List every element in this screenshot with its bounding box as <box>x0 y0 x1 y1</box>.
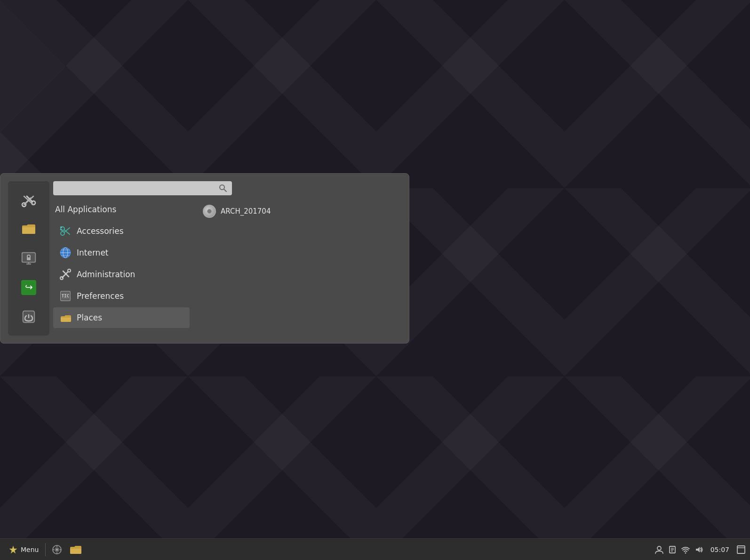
sidebar-folder-button[interactable] <box>17 218 40 240</box>
folder-icon <box>20 221 37 238</box>
preferences-label: Preferences <box>77 291 124 301</box>
diamond-decoration-1 <box>0 0 66 132</box>
svg-point-37 <box>56 549 58 551</box>
taskbar-clock[interactable]: 05:07 <box>707 546 733 553</box>
search-bar-container[interactable] <box>53 181 232 195</box>
arch-disc-item[interactable]: ARCH_201704 <box>197 201 401 222</box>
administration-icon <box>59 268 72 281</box>
sidebar-tools-button[interactable] <box>17 189 40 211</box>
menu-item-internet[interactable]: Internet <box>53 242 190 263</box>
places-label: Places <box>77 313 102 322</box>
menu-item-places[interactable]: Places <box>53 307 190 328</box>
taskbar-volume-button[interactable] <box>694 544 704 555</box>
svg-line-16 <box>224 189 226 192</box>
internet-label: Internet <box>77 248 109 257</box>
svg-point-29 <box>60 277 63 280</box>
taskbar-fullscreen-button[interactable] <box>736 544 746 555</box>
taskbar-files-button[interactable] <box>48 541 65 558</box>
menu-sidebar: ↪ <box>8 181 49 336</box>
arch-disc-label: ARCH_201704 <box>221 207 271 216</box>
administration-label: Administration <box>77 270 135 279</box>
taskbar-folder-button[interactable] <box>67 541 84 558</box>
menu-left-column: All Applications <box>53 201 190 328</box>
taskbar-right-area: 05:07 <box>654 544 746 555</box>
svg-text:TIC: TIC <box>62 294 69 298</box>
menu-item-accessories[interactable]: Accessories <box>53 221 190 241</box>
files-icon <box>51 544 63 555</box>
taskbar-network-button[interactable] <box>680 544 691 555</box>
sidebar-lock-button[interactable] <box>17 247 40 270</box>
svg-point-47 <box>685 552 686 553</box>
sidebar-logout-button[interactable]: ↪ <box>17 276 40 299</box>
search-icon <box>219 184 227 192</box>
svg-rect-8 <box>27 257 31 260</box>
taskbar-clipboard-button[interactable] <box>667 544 678 555</box>
places-icon <box>59 311 72 324</box>
tools-icon <box>20 192 37 208</box>
menu-star-icon <box>8 545 18 554</box>
preferences-icon: TIC <box>59 289 72 303</box>
svg-point-21 <box>60 226 62 228</box>
taskbar-user-button[interactable] <box>654 544 664 555</box>
logout-icon: ↪ <box>20 279 37 296</box>
svg-text:↪: ↪ <box>25 282 33 292</box>
folder-taskbar-icon <box>70 544 82 555</box>
menu-right-column: ARCH_201704 <box>193 201 401 328</box>
disc-icon <box>203 205 216 218</box>
svg-point-42 <box>657 546 661 550</box>
taskbar-menu-button[interactable]: Menu <box>4 543 43 556</box>
menu-item-all-applications[interactable]: All Applications <box>53 201 190 218</box>
app-menu-popup: ↪ <box>0 173 409 344</box>
lock-screen-icon <box>20 250 37 267</box>
menu-label: Menu <box>21 546 39 553</box>
clock-time: 05:07 <box>710 546 729 553</box>
menu-content: All Applications <box>53 181 401 336</box>
all-applications-label: All Applications <box>55 205 116 214</box>
svg-point-30 <box>68 269 71 272</box>
svg-marker-48 <box>696 547 700 552</box>
menu-item-preferences[interactable]: TIC Preferences <box>53 286 190 306</box>
search-input[interactable] <box>58 184 219 192</box>
svg-marker-34 <box>9 546 17 553</box>
taskbar-sep-1 <box>45 543 46 556</box>
taskbar: Menu <box>0 538 750 560</box>
menu-item-administration[interactable]: Administration <box>53 264 190 285</box>
menu-items-area: All Applications <box>53 201 401 328</box>
sidebar-shutdown-button[interactable] <box>17 305 40 328</box>
shutdown-icon <box>20 308 37 325</box>
accessories-icon <box>59 224 72 238</box>
internet-icon <box>59 246 72 259</box>
accessories-label: Accessories <box>77 226 124 236</box>
svg-rect-49 <box>737 546 745 553</box>
